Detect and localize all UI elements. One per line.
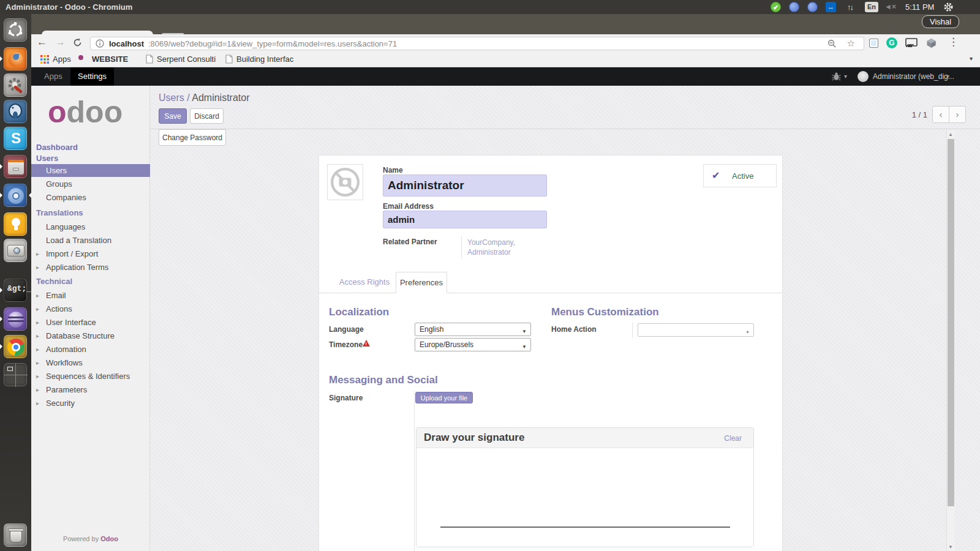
nav-item-apps[interactable]: Apps: [44, 67, 62, 86]
odoo-brand-link[interactable]: Odoo: [100, 535, 118, 542]
sidebar-item-groups[interactable]: Groups: [31, 178, 150, 190]
debug-caret-icon[interactable]: ▾: [844, 67, 847, 86]
pager-prev-button[interactable]: ‹: [932, 106, 949, 123]
select-caret-icon: ▼: [745, 326, 750, 339]
launcher-chrome[interactable]: [4, 335, 27, 358]
sidebar-item-application-terms[interactable]: ▸Application Terms: [31, 261, 150, 274]
user-menu[interactable]: Administrator (web_dig...: [873, 67, 954, 86]
user-avatar[interactable]: [858, 71, 869, 82]
chromium-tray-icon[interactable]: [807, 2, 818, 12]
launcher-system-settings[interactable]: [4, 73, 27, 97]
launcher-chromium[interactable]: [4, 184, 27, 207]
signature-pad-title: Draw your signature: [424, 432, 524, 444]
launcher-file-archive[interactable]: [4, 155, 27, 178]
sidebar-link-dashboard[interactable]: Dashboard: [36, 143, 78, 152]
address-bar[interactable]: localhost :8069/web?debug#id=1&view_type…: [90, 37, 864, 50]
volume-muted-icon[interactable]: ◄×: [884, 0, 896, 14]
launcher-google-keep[interactable]: [4, 212, 27, 236]
sidebar-item-actions[interactable]: ▸Actions: [31, 302, 150, 315]
page-icon: [146, 54, 153, 66]
user-menu-caret-icon[interactable]: ▾: [946, 67, 949, 86]
tab-access-rights[interactable]: Access Rights: [337, 272, 392, 293]
session-gear-icon[interactable]: [943, 2, 954, 12]
cube-extension-icon[interactable]: [926, 38, 937, 50]
clock[interactable]: 5:11 PM: [905, 0, 934, 14]
discard-button[interactable]: Discard: [190, 108, 224, 124]
running-indicator: [0, 344, 2, 349]
bookmarks-overflow-caret-icon[interactable]: ▾: [970, 55, 973, 62]
skype-status-icon[interactable]: ✔: [771, 2, 781, 12]
keyboard-layout-indicator[interactable]: En: [865, 2, 878, 12]
timezone-select[interactable]: Europe/Brussels ▼: [415, 338, 531, 351]
user-photo-placeholder[interactable]: [327, 164, 363, 200]
sidebar-item-user-interface[interactable]: ▸User Interface: [31, 316, 150, 329]
debug-bug-icon[interactable]: [832, 72, 841, 83]
url-path: :8069/web?debug#id=1&view_type=form&mode…: [148, 37, 397, 50]
back-button[interactable]: ←: [37, 36, 47, 48]
url-host: localhost: [109, 37, 144, 50]
signature-draw-area[interactable]: [417, 448, 753, 547]
sidebar-item-workflows[interactable]: ▸Workflows: [31, 356, 150, 369]
active-checkbox-group[interactable]: ✔ Active: [703, 164, 777, 187]
network-arrows-icon[interactable]: ↑↓: [847, 0, 853, 14]
bookmark-building[interactable]: Building Interfac: [236, 52, 293, 67]
change-password-button[interactable]: Change Password: [159, 129, 226, 146]
launcher-skype[interactable]: S: [4, 127, 27, 150]
sidebar-item-load-translation[interactable]: Load a Translation: [31, 234, 150, 247]
email-input[interactable]: admin: [383, 211, 547, 228]
checkbox-check-icon[interactable]: ✔: [712, 170, 720, 181]
screenshot-extension-icon[interactable]: [869, 39, 878, 48]
sidebar-item-languages[interactable]: Languages: [31, 220, 150, 233]
launcher-eclipse[interactable]: [4, 307, 27, 331]
site-info-icon[interactable]: [96, 39, 104, 50]
launcher-terminal[interactable]: &gt;_: [4, 279, 27, 302]
pager-next-button[interactable]: ›: [949, 106, 966, 123]
chromium-tray-icon[interactable]: [789, 2, 799, 12]
language-select[interactable]: English ▼: [415, 323, 531, 336]
forward-button[interactable]: →: [55, 36, 66, 48]
launcher-camera[interactable]: [4, 239, 27, 262]
reload-button[interactable]: [72, 37, 83, 50]
upload-file-button[interactable]: Upload your file: [415, 392, 473, 403]
sidebar-item-users[interactable]: Users: [31, 164, 150, 177]
expand-caret-icon: ▸: [36, 329, 39, 342]
launcher-trash[interactable]: [4, 523, 27, 547]
sidebar-item-import-export[interactable]: ▸Import / Export: [31, 247, 150, 260]
sidebar-item-automation[interactable]: ▸Automation: [31, 343, 150, 356]
zoom-out-icon[interactable]: [827, 39, 837, 50]
cast-extension-icon[interactable]: [905, 38, 918, 50]
related-partner-link[interactable]: YourCompany, Administrator: [467, 238, 533, 257]
bookmark-serpent[interactable]: Serpent Consulti: [157, 52, 216, 67]
sidebar-item-email[interactable]: ▸Email: [31, 289, 150, 302]
name-input[interactable]: Administrator: [383, 174, 547, 197]
messaging-heading: Messaging and Social: [329, 374, 438, 386]
scrollbar-thumb[interactable]: [948, 139, 954, 506]
breadcrumb-users[interactable]: Users: [159, 92, 184, 103]
nav-item-settings[interactable]: Settings: [70, 67, 114, 86]
sidebar-item-database-structure[interactable]: ▸Database Structure: [31, 329, 150, 342]
bookmark-star-icon[interactable]: ☆: [847, 38, 855, 49]
scrollbar-down-arrow[interactable]: ▼: [948, 544, 953, 550]
bookmark-apps[interactable]: Apps: [53, 52, 71, 67]
page-scrollbar[interactable]: ▲ ▼: [946, 130, 955, 551]
launcher-workspace-switcher[interactable]: [4, 363, 27, 386]
sidebar-item-companies[interactable]: Companies: [31, 191, 150, 204]
bookmark-website[interactable]: WEBSITE: [92, 52, 128, 67]
teamviewer-tray-icon[interactable]: ↔: [826, 2, 836, 12]
sidebar-item-parameters[interactable]: ▸Parameters: [31, 383, 150, 396]
signature-clear-link[interactable]: Clear: [724, 434, 742, 443]
sidebar-item-sequences[interactable]: ▸Sequences & Identifiers: [31, 370, 150, 383]
tab-preferences[interactable]: Preferences: [396, 272, 447, 293]
save-button[interactable]: Save: [159, 108, 187, 124]
launcher-firefox[interactable]: [4, 47, 27, 70]
grammarly-extension-icon[interactable]: G: [886, 37, 897, 48]
browser-menu-icon[interactable]: ⋮: [948, 36, 959, 48]
sidebar-link-users[interactable]: Users: [36, 154, 58, 163]
odoo-main-content: Users / Administrator Save Discard 1 / 1…: [150, 86, 980, 551]
launcher-postgresql[interactable]: [4, 100, 27, 123]
launcher-ubuntu-dash[interactable]: [4, 18, 27, 42]
home-action-combo[interactable]: ▼: [638, 323, 754, 337]
session-user-chip[interactable]: Vishal: [922, 15, 959, 28]
sidebar-item-security[interactable]: ▸Security: [31, 397, 150, 410]
scrollbar-up-arrow[interactable]: ▲: [948, 132, 953, 137]
